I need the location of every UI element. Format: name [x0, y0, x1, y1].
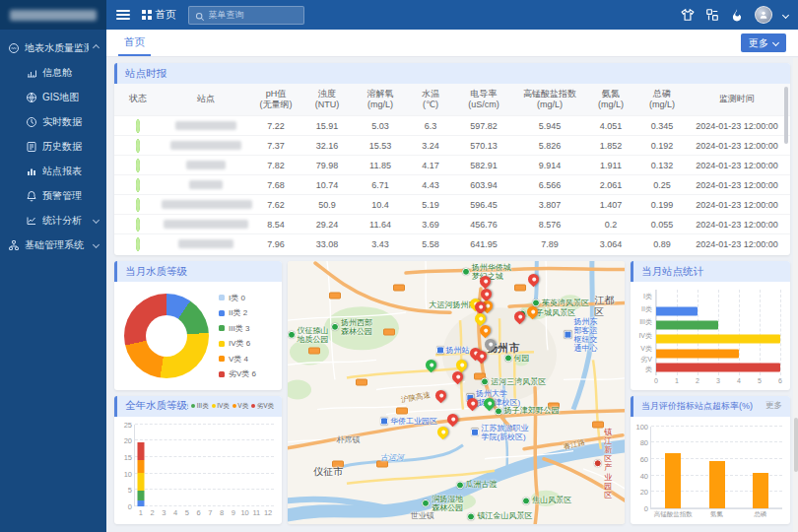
sidebar-item-0-3[interactable]: 历史数据	[0, 134, 106, 159]
chevron-down-icon	[93, 241, 100, 248]
sidebar-item-0-5[interactable]: 预警管理	[0, 183, 106, 208]
column-unit: (NTU)	[301, 100, 353, 110]
column-name: 氨氮	[585, 89, 636, 100]
station-marker-yellow[interactable]	[435, 424, 451, 439]
map-label: 春江路	[563, 438, 586, 452]
x-axis-tick: 12	[264, 508, 272, 517]
station-marker-red[interactable]	[445, 411, 461, 427]
station-marker-red[interactable]	[526, 272, 542, 288]
y-axis-tick: 0	[644, 504, 648, 513]
sidebar-item-0-0[interactable]: 信息舱	[0, 60, 106, 85]
legend-label: III类	[197, 402, 209, 411]
gridline	[656, 290, 657, 375]
y-axis-category: I类	[634, 290, 652, 302]
more-button-label: 更多	[749, 36, 768, 50]
table-scrollbar-thumb[interactable]	[784, 87, 788, 144]
window-scrollbar[interactable]	[793, 58, 798, 532]
theme-skin-icon[interactable]	[681, 8, 695, 22]
map-label-text: 江都区	[594, 295, 615, 317]
legend-item[interactable]: IV类 6	[219, 338, 256, 349]
breadcrumb-home[interactable]: 首页	[142, 8, 176, 22]
month-station-stats-title: 当月站点统计	[641, 265, 703, 279]
legend-item[interactable]: III类 3	[219, 323, 256, 334]
search-input[interactable]	[209, 10, 298, 20]
column-name: 水温	[408, 89, 453, 100]
value-cell: 5.58	[408, 239, 453, 249]
left-chart-column: 当月水质等级 I类 0II类 2III类 3IV类 6V类 4劣V类 6 全年水…	[114, 261, 282, 524]
column-unit: (mg/L)	[353, 100, 408, 110]
column-name: 浊度	[301, 89, 353, 100]
value-cell: 2024-01-23 12:00:00	[688, 121, 786, 131]
exceed-rate-more-link[interactable]: 更多	[765, 400, 782, 412]
legend-item[interactable]: V类	[233, 402, 248, 411]
x-axis-tick: 4	[737, 377, 741, 384]
realtime-data-icon	[26, 116, 37, 128]
y-axis-category: III类	[634, 316, 652, 329]
right-chart-column: 当月站点统计 I类II类III类IV类V类劣V类 0123456 当月评价指标站…	[631, 261, 790, 524]
legend-item[interactable]: III类	[191, 402, 208, 411]
station-marker-green[interactable]	[423, 358, 438, 373]
value-cell: 596.45	[453, 200, 514, 210]
value-cell: 11.85	[353, 161, 408, 170]
station-name-redacted	[162, 200, 252, 209]
tab-home[interactable]: 首页	[118, 30, 151, 56]
gridline	[135, 456, 274, 457]
legend-item[interactable]: V类 4	[219, 354, 256, 365]
table-row: 8.5429.2411.643.69456.768.5760.20.055202…	[114, 214, 790, 233]
x-axis-tick: 1	[139, 508, 143, 517]
column-header: 电导率(uS/cm)	[453, 89, 514, 111]
legend-item[interactable]: I类 0	[219, 293, 256, 303]
water-system-icon	[8, 42, 20, 54]
station-marker-red[interactable]	[450, 369, 466, 385]
map-panel[interactable]: 扬州华侨城 梦幻之城茱萸湾风景区唐子城风景区江都区扬州西部 森林公园仪征捺山 地…	[288, 261, 625, 524]
legend-item[interactable]: II类	[187, 402, 188, 411]
hamburger-menu-icon[interactable]	[116, 10, 130, 20]
map-label-text: 镇江金山风景区	[477, 511, 532, 520]
user-avatar[interactable]	[755, 6, 772, 24]
value-cell: 0.199	[636, 200, 688, 210]
map-label-text: 古运河	[380, 454, 404, 463]
menu-search[interactable]	[188, 6, 304, 25]
sidebar-section-1[interactable]: 基础管理系统	[0, 233, 106, 257]
park-icon	[522, 497, 530, 504]
road-shield-icon	[514, 284, 526, 291]
station-report-icon	[26, 166, 37, 177]
map-label: 扬子津郊野公园	[495, 407, 560, 416]
column-header: 状态	[114, 94, 162, 104]
map-label-text: 华侨工业园区	[390, 417, 437, 426]
flame-icon[interactable]	[730, 8, 744, 22]
more-button[interactable]: 更多	[741, 33, 786, 52]
value-cell: 4.051	[585, 121, 636, 131]
column-header: 氨氮(mg/L)	[585, 89, 636, 111]
legend-item[interactable]: IV类	[212, 402, 230, 411]
month-quality-panel: 当月水质等级 I类 0II类 2III类 3IV类 6V类 4劣V类 6	[114, 261, 282, 390]
sidebar-item-0-2[interactable]: 实时数据	[0, 109, 106, 134]
table-row: 7.3732.1615.533.24570.135.8261.8520.1922…	[114, 135, 790, 155]
x-axis-tick: 3	[162, 508, 166, 517]
user-menu-chevron-icon[interactable]	[782, 11, 789, 18]
y-axis-tick: 15	[124, 452, 132, 461]
column-unit: (mg/L)	[514, 100, 585, 110]
v-bar	[709, 461, 725, 508]
sidebar-section-0[interactable]: 地表水质量监测系统	[0, 35, 106, 60]
station-cell	[162, 220, 250, 229]
sidebar-item-0-4[interactable]: 站点报表	[0, 159, 106, 183]
value-cell: 5.03	[353, 121, 408, 131]
station-marker-red[interactable]	[433, 387, 449, 403]
value-cell: 6.566	[514, 180, 585, 190]
map-label: 何园	[504, 354, 530, 363]
column-name: 状态	[114, 94, 162, 104]
window-scrollbar-thumb[interactable]	[794, 418, 798, 472]
sidebar-nav: 地表水质量监测系统信息舱GIS地图实时数据历史数据站点报表预警管理统计分析基础管…	[0, 30, 106, 257]
value-cell: 570.13	[453, 141, 514, 151]
sidebar-item-0-1[interactable]: GIS地图	[0, 85, 106, 109]
bar-segment	[137, 500, 144, 506]
legend-item[interactable]: II类 2	[219, 307, 256, 318]
sidebar-item-0-6[interactable]: 统计分析	[0, 208, 106, 233]
legend-item[interactable]: 劣V类 6	[219, 368, 256, 379]
x-axis-tick: 1	[675, 377, 679, 384]
split-screen-icon[interactable]	[705, 8, 719, 22]
value-cell: 50.9	[301, 200, 353, 210]
poi-icon	[380, 418, 388, 426]
legend-item[interactable]: 劣V类	[251, 402, 274, 411]
